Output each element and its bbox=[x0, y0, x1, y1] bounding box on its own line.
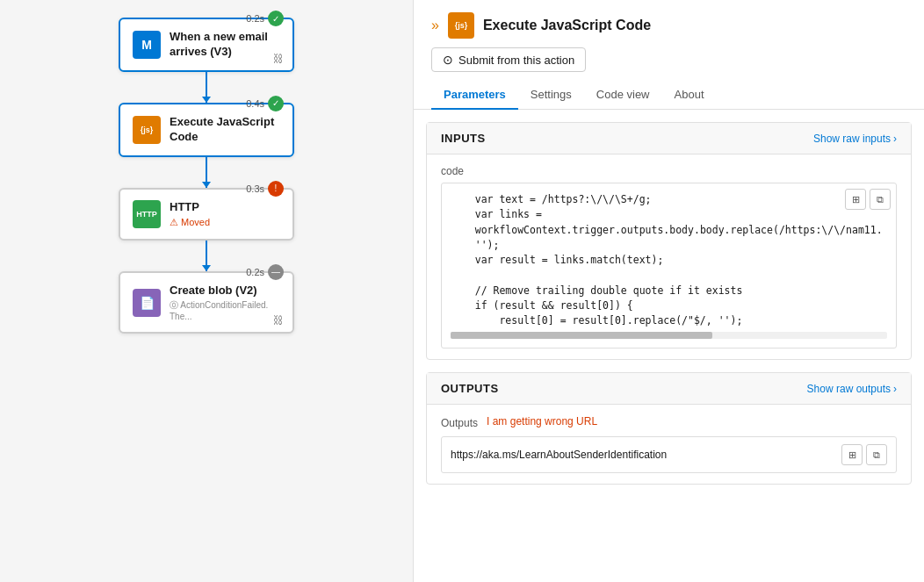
outputs-expand-btn[interactable]: ⊞ bbox=[841, 444, 863, 465]
blob-link-icon: ⛓ bbox=[273, 314, 284, 327]
outputs-section-body: Outputs I am getting wrong URL https://a… bbox=[427, 405, 911, 484]
outputs-section-header: OUTPUTS Show raw outputs › bbox=[427, 373, 911, 405]
js-node-icon: {js} bbox=[133, 116, 161, 144]
http-node-icon: HTTP bbox=[133, 200, 161, 228]
panel-node-icon: {js} bbox=[448, 12, 474, 39]
outputs-field-label: Outputs bbox=[441, 417, 478, 429]
inputs-section-title: INPUTS bbox=[441, 132, 486, 145]
outputs-error-label: I am getting wrong URL bbox=[487, 415, 597, 428]
flow-container: 0.2s ✓ M When a new email arrives (V3) ⛓… bbox=[92, 18, 321, 334]
tab-about[interactable]: About bbox=[662, 81, 717, 110]
email-status-badge: 0.2s ✓ bbox=[246, 11, 284, 26]
left-panel: 0.2s ✓ M When a new email arrives (V3) ⛓… bbox=[0, 0, 413, 582]
code-copy-btn[interactable]: ⧉ bbox=[870, 189, 891, 210]
tab-parameters[interactable]: Parameters bbox=[431, 81, 518, 110]
submit-button[interactable]: ⊙ Submit from this action bbox=[431, 47, 586, 72]
code-field-label: code bbox=[441, 165, 897, 177]
http-status-time: 0.3s bbox=[246, 183, 264, 194]
outputs-section-title: OUTPUTS bbox=[441, 382, 499, 395]
http-node-title: HTTP bbox=[170, 200, 280, 215]
js-node-title: Execute JavaScriptCode bbox=[170, 115, 280, 145]
expand-icon[interactable]: » bbox=[431, 18, 439, 33]
outputs-url-value: https://aka.ms/LearnAboutSenderIdentific… bbox=[451, 449, 667, 461]
panel-body: INPUTS Show raw inputs › code ⊞ ⧉ var te… bbox=[414, 110, 924, 582]
js-status-icon: ✓ bbox=[268, 96, 284, 111]
js-node-content: Execute JavaScriptCode bbox=[170, 115, 280, 145]
email-status-time: 0.2s bbox=[246, 13, 264, 24]
code-scrollbar-h[interactable] bbox=[451, 332, 887, 339]
blob-node[interactable]: 0.2s — 📄 Create blob (V2) ⓪ ActionCondit… bbox=[119, 271, 294, 334]
tab-code-view[interactable]: Code view bbox=[584, 81, 662, 110]
arrow-2 bbox=[206, 157, 207, 188]
code-expand-btn[interactable]: ⊞ bbox=[845, 189, 866, 210]
js-status-time: 0.4s bbox=[246, 98, 264, 109]
email-node-icon: M bbox=[133, 31, 161, 59]
arrow-1 bbox=[206, 72, 207, 103]
tabs-container: Parameters Settings Code view About bbox=[431, 81, 906, 109]
show-raw-outputs-chevron: › bbox=[893, 383, 897, 395]
show-raw-outputs-link[interactable]: Show raw outputs › bbox=[807, 383, 897, 395]
panel-title-row: » {js} Execute JavaScript Code bbox=[431, 12, 906, 39]
blob-status-icon: — bbox=[268, 264, 284, 280]
submit-button-label: Submit from this action bbox=[458, 54, 574, 67]
code-block[interactable]: ⊞ ⧉ var text = /https?:\/\/\S+/g; var li… bbox=[441, 183, 897, 348]
inputs-section-header: INPUTS Show raw inputs › bbox=[427, 123, 911, 154]
outputs-value-container: https://aka.ms/LearnAboutSenderIdentific… bbox=[441, 436, 897, 473]
code-block-inner[interactable]: var text = /https?:\/\/\S+/g; var links … bbox=[451, 192, 887, 328]
js-node[interactable]: 0.4s ✓ {js} Execute JavaScriptCode bbox=[119, 103, 294, 157]
http-node-content: HTTP ⚠ Moved bbox=[170, 200, 280, 228]
outputs-copy-btn[interactable]: ⧉ bbox=[866, 444, 887, 465]
blob-status-time: 0.2s bbox=[246, 267, 264, 277]
panel-header: » {js} Execute JavaScript Code ⊙ Submit … bbox=[414, 0, 924, 110]
blob-node-icon: 📄 bbox=[133, 289, 161, 317]
show-raw-inputs-chevron: › bbox=[893, 133, 897, 145]
http-status-badge: 0.3s ! bbox=[246, 181, 284, 197]
email-status-icon: ✓ bbox=[268, 11, 284, 26]
outputs-icons: ⊞ ⧉ bbox=[841, 444, 887, 465]
show-raw-inputs-link[interactable]: Show raw inputs › bbox=[813, 133, 897, 145]
http-node-subtitle: ⚠ Moved bbox=[170, 217, 280, 228]
http-status-icon: ! bbox=[268, 181, 284, 197]
blob-node-content: Create blob (V2) ⓪ ActionConditionFailed… bbox=[170, 284, 280, 322]
code-tools: ⊞ ⧉ bbox=[845, 189, 891, 210]
panel-title: Execute JavaScript Code bbox=[483, 18, 651, 33]
submit-circle-icon: ⊙ bbox=[443, 53, 453, 67]
outputs-section: OUTPUTS Show raw outputs › Outputs I am … bbox=[426, 372, 912, 485]
show-raw-inputs-label: Show raw inputs bbox=[813, 133, 891, 145]
tab-settings[interactable]: Settings bbox=[518, 81, 584, 110]
arrow-3 bbox=[206, 241, 207, 271]
code-scrollbar-h-thumb bbox=[451, 332, 712, 339]
http-node[interactable]: 0.3s ! HTTP HTTP ⚠ Moved bbox=[119, 188, 294, 241]
email-node-title: When a new email arrives (V3) bbox=[170, 30, 280, 60]
email-node[interactable]: 0.2s ✓ M When a new email arrives (V3) ⛓ bbox=[119, 18, 294, 72]
outputs-field-row: Outputs I am getting wrong URL bbox=[441, 415, 897, 431]
inputs-section-body: code ⊞ ⧉ var text = /https?:\/\/\S+/g; v… bbox=[427, 154, 911, 359]
show-raw-outputs-label: Show raw outputs bbox=[807, 383, 891, 395]
blob-node-title: Create blob (V2) bbox=[170, 284, 280, 298]
right-panel: » {js} Execute JavaScript Code ⊙ Submit … bbox=[413, 0, 924, 582]
email-link-icon: ⛓ bbox=[273, 53, 284, 65]
blob-node-subtitle: ⓪ ActionConditionFailed. The... bbox=[170, 299, 280, 321]
js-status-badge: 0.4s ✓ bbox=[246, 96, 284, 111]
blob-status-badge: 0.2s — bbox=[246, 264, 284, 280]
inputs-section: INPUTS Show raw inputs › code ⊞ ⧉ var te… bbox=[426, 122, 912, 360]
email-node-content: When a new email arrives (V3) bbox=[170, 30, 280, 60]
code-content: var text = /https?:\/\/\S+/g; var links … bbox=[451, 192, 887, 328]
